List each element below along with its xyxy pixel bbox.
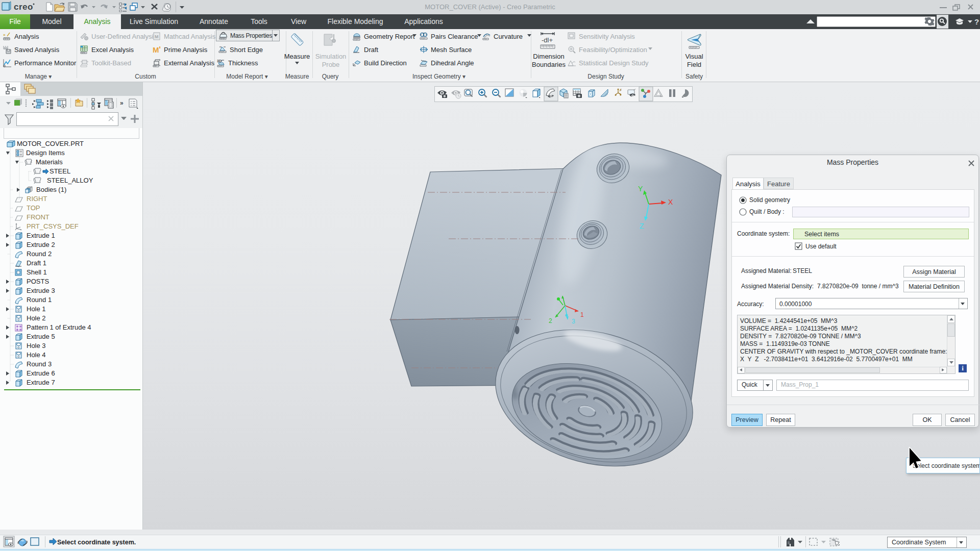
svg-text:creo: creo bbox=[14, 2, 33, 12]
svg-text:3D: 3D bbox=[217, 59, 222, 63]
svg-text:2: 2 bbox=[549, 317, 552, 324]
svg-text:?: ? bbox=[974, 17, 979, 26]
svg-text:×: × bbox=[3, 33, 6, 37]
svg-text:1: 1 bbox=[580, 311, 584, 318]
svg-text:Z: Z bbox=[640, 222, 644, 230]
svg-text:M: M bbox=[153, 45, 159, 54]
svg-text:»: » bbox=[120, 99, 124, 107]
svg-text:3: 3 bbox=[572, 318, 575, 325]
svg-text:Y: Y bbox=[638, 185, 643, 193]
svg-text:M: M bbox=[155, 34, 159, 39]
svg-text:✗: ✗ bbox=[619, 88, 622, 92]
svg-text:X: X bbox=[668, 198, 673, 206]
svg-text:-dl+: -dl+ bbox=[542, 36, 553, 44]
